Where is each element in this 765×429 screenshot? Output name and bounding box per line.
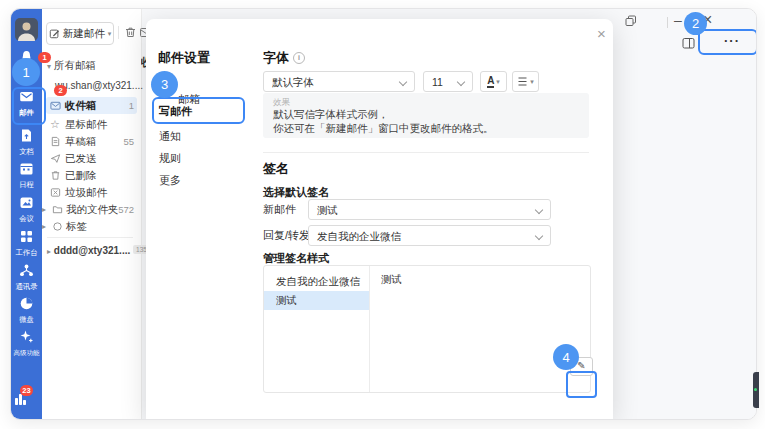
folder-my-folders[interactable]: ▸ 我的文件夹 572 [46,201,137,218]
my-folders-count: 572 [118,201,134,218]
sidebar-item-docs[interactable]: 文档 [11,128,42,156]
new-mail-signature-select[interactable]: 测试 [308,199,551,220]
chevron-down-icon [399,78,407,86]
expand-caret-icon: ▸ [47,247,51,256]
chevron-down-icon [535,206,543,214]
tag-icon [52,221,63,232]
account-secondary[interactable]: ▸ dddd@xty321.... 135 [47,245,150,256]
manage-signature-subheading: 管理签名样式 [263,251,329,266]
avatar[interactable] [11,18,42,45]
status-dot [754,388,757,391]
star-icon: ☆ [50,116,60,133]
notifications-badge: 1 [38,52,51,63]
meeting-icon [19,195,34,210]
font-color-button[interactable]: A ▾ [480,71,507,92]
drive-icon [19,296,34,311]
sidebar-item-workbench[interactable]: 工作台 [11,229,42,257]
draft-icon [50,136,61,147]
chevron-down-icon [457,78,465,86]
highlight-box-mail-item [12,87,46,125]
font-size-select[interactable]: 11 [423,71,473,92]
sidebar-item-contacts[interactable]: 通讯录 [11,263,42,291]
sparkle-icon [19,329,34,344]
rail-label-contacts: 通讯录 [12,282,41,290]
restore-window-icon[interactable] [625,15,637,27]
folder-junk[interactable]: 垃圾邮件 [46,184,137,201]
dialog-close-icon[interactable]: × [597,25,606,42]
compose-label: 新建邮件 [63,27,105,41]
font-heading: 字体i [263,49,305,67]
line-spacing-button[interactable]: ▾ [512,71,539,92]
folder-icon [52,204,63,215]
signature-list-item-selected[interactable]: 测试 [264,291,369,310]
compose-icon [49,28,60,39]
signature-list: 发自我的企业微信 测试 [264,266,370,392]
settings-nav-notifications[interactable]: 通知 [159,129,181,144]
annotation-step-1: 1 [12,58,40,86]
reply-forward-signature-select[interactable]: 发自我的企业微信 [308,225,551,246]
reply-forward-label: 回复/转发 [263,225,310,246]
font-family-value: 默认字体 [272,76,314,88]
reading-pane-layout-icon[interactable] [682,37,695,50]
dialog-title: 邮件设置 [158,49,210,67]
collapse-caret-icon: ▾ [47,62,51,71]
expand-caret-icon: ▸ [42,218,46,235]
folder-sent[interactable]: 已发送 [46,150,137,167]
controls-separator [667,17,668,28]
minimize-icon[interactable]: – [674,12,682,28]
rail-label-docs: 文档 [12,147,41,155]
font-color-letter: A [487,75,494,88]
folder-group-all[interactable]: ▾ 所有邮箱 [47,59,96,73]
line-spacing-icon [517,76,528,87]
annotation-step-4: 4 [553,344,579,370]
grid-icon [19,229,34,244]
deleted-icon [50,170,61,181]
org-chart-icon [19,263,34,278]
folder-inbox[interactable]: 收件箱 1 [46,97,137,114]
chevron-down-icon [535,232,543,240]
unread-count: 1 [129,97,134,114]
expand-caret-icon: ▸ [42,201,46,218]
settings-nav-more[interactable]: 更多 [159,173,181,188]
signature-content-preview: 测试 [381,273,402,287]
sidebar-item-calendar[interactable]: 日程 [11,161,42,189]
compose-caret-icon: ▾ [108,30,112,38]
settings-nav-rules[interactable]: 规则 [159,151,181,166]
mail-settings-dialog: × 邮件设置 邮箱 写邮件 通知 规则 更多 字体i 默认字体 11 A [146,19,613,419]
highlight-box-edit-button [566,371,597,398]
rail-label-drive: 微盘 [12,315,41,323]
folder-starred[interactable]: ☆ 星标邮件 [46,116,137,133]
compose-button[interactable]: 新建邮件 ▾ [46,22,114,45]
folder-drafts[interactable]: 草稿箱 55 [46,133,137,150]
new-mail-label: 新邮件 [263,199,296,220]
inbox-icon [50,100,61,111]
font-family-select[interactable]: 默认字体 [263,71,415,92]
folder-tags[interactable]: ▸ 标签 [46,218,137,235]
folder-group-label: 所有邮箱 [54,59,96,71]
annotation-step-2: 2 [684,12,707,35]
drafts-count: 55 [123,133,134,150]
mail-badge: 2 [54,85,67,96]
sidebar-item-meeting[interactable]: 会议 [11,195,42,223]
sidebar-item-advanced[interactable]: 高级功能 [11,329,42,357]
section-divider [263,152,589,153]
font-size-value: 11 [432,76,443,88]
signature-heading: 签名 [263,160,289,178]
caret-down-icon: ▾ [530,78,534,86]
font-heading-text: 字体 [263,50,289,65]
new-mail-signature-value: 测试 [317,204,338,216]
annotation-step-3: 3 [151,71,178,98]
account-primary[interactable]: wu.shan@xty321.... [55,80,143,91]
signature-list-item[interactable]: 发自我的企业微信 [264,272,369,291]
folder-divider [47,237,133,238]
preview-line-2: 你还可在「新建邮件」窗口中更改邮件的格式。 [273,122,579,136]
toolbar-separator [118,26,119,39]
preview-line-1: 默认写信字体样式示例， [273,108,579,122]
preview-tag: 效果 [273,97,579,108]
background-window-sliver [753,372,759,408]
rail-label-workbench: 工作台 [12,248,41,256]
sidebar-item-drive[interactable]: 微盘 [11,296,42,324]
delete-icon[interactable] [124,26,137,39]
document-icon [19,128,34,143]
folder-deleted[interactable]: 已删除 [46,167,137,184]
